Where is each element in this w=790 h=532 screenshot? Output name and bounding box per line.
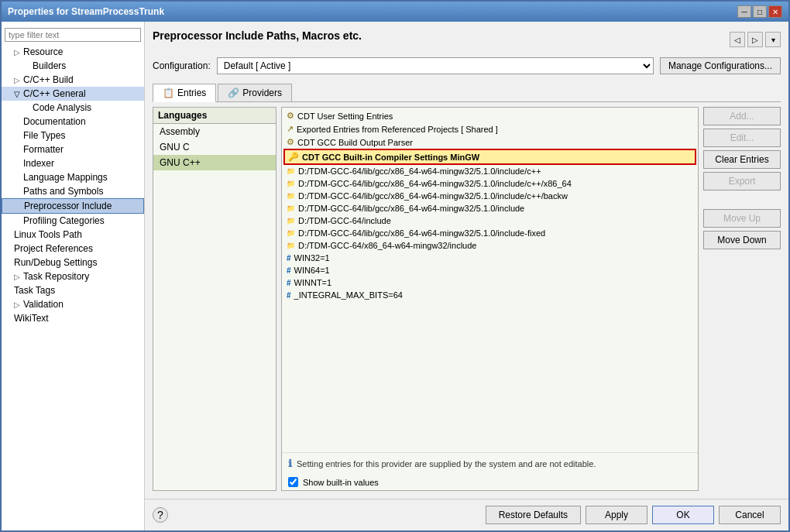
entry-exported[interactable]: ↗ Exported Entries from Referenced Proje… bbox=[283, 122, 696, 136]
sidebar-item-label: Run/Debug Settings bbox=[14, 257, 97, 268]
help-button[interactable]: ? bbox=[153, 507, 168, 523]
sidebar-item-indexer[interactable]: Indexer bbox=[2, 156, 144, 170]
entry-cdt-user[interactable]: ⚙ CDT User Setting Entries bbox=[283, 109, 696, 122]
back-button[interactable]: ◁ bbox=[730, 32, 745, 47]
export-button[interactable]: Export bbox=[703, 172, 781, 190]
providers-tab-icon: 🔗 bbox=[228, 88, 239, 98]
window-title: Properties for StreamProcessTrunk bbox=[8, 6, 164, 17]
entry-icon: ↗ bbox=[287, 124, 294, 134]
entries-scrollable[interactable]: ⚙ CDT User Setting Entries ↗ Exported En… bbox=[282, 108, 698, 452]
entry-icon: 📁 bbox=[287, 229, 295, 237]
sidebar-item-task-tags[interactable]: Task Tags bbox=[2, 283, 144, 297]
side-buttons: Add... Edit... Clear Entries Export Move… bbox=[703, 107, 781, 491]
sidebar-item-profiling[interactable]: Profiling Categories bbox=[2, 214, 144, 228]
sidebar-item-label: C/C++ General bbox=[23, 88, 86, 99]
configuration-row: Configuration: Default [ Active ] Manage… bbox=[153, 57, 781, 74]
entry-icon: 📁 bbox=[287, 204, 295, 212]
entry-label: WINNT=1 bbox=[294, 278, 332, 287]
sidebar-item-label: File Types bbox=[23, 130, 65, 141]
move-down-button[interactable]: Move Down bbox=[703, 231, 781, 249]
cancel-button[interactable]: Cancel bbox=[719, 506, 781, 524]
language-gnu-c[interactable]: GNU C bbox=[153, 139, 276, 155]
entry-build-output[interactable]: ⚙ CDT GCC Build Output Parser bbox=[283, 136, 696, 149]
sidebar-item-label: Preprocessor Include bbox=[24, 201, 112, 211]
config-label: Configuration: bbox=[153, 60, 211, 71]
sidebar-item-builders[interactable]: Builders bbox=[2, 59, 144, 73]
manage-configurations-button[interactable]: Manage Configurations... bbox=[660, 57, 781, 74]
tabs-row: 📋 Entries 🔗 Providers bbox=[153, 84, 781, 102]
entry-macro-win32[interactable]: # WIN32=1 bbox=[283, 252, 696, 264]
entry-builtin-compiler[interactable]: 🔑 CDT GCC Built-in Compiler Settings Min… bbox=[283, 149, 696, 165]
hash-icon: # bbox=[287, 279, 291, 287]
entry-path-4[interactable]: 📁 D:/TDM-GCC-64/lib/gcc/x86_64-w64-mingw… bbox=[283, 202, 696, 215]
sidebar-item-ccpp-general[interactable]: ▽ C/C++ General bbox=[2, 87, 144, 101]
show-values-checkbox[interactable] bbox=[288, 477, 298, 487]
sidebar-item-file-types[interactable]: File Types bbox=[2, 129, 144, 142]
sidebar-item-wikitext[interactable]: WikiText bbox=[2, 311, 144, 325]
entry-label: D:/TDM-GCC-64/lib/gcc/x86_64-w64-mingw32… bbox=[298, 179, 572, 188]
entry-path-7[interactable]: 📁 D:/TDM-GCC-64/x86_64-w64-mingw32/inclu… bbox=[283, 239, 696, 252]
sidebar-item-label: Indexer bbox=[23, 158, 54, 169]
info-text: Setting entries for this provider are su… bbox=[297, 459, 596, 469]
sidebar-item-label: Code Analysis bbox=[33, 102, 91, 113]
close-button[interactable]: ✕ bbox=[768, 5, 782, 18]
expand-arrow: ▷ bbox=[14, 76, 22, 84]
restore-defaults-button[interactable]: Restore Defaults bbox=[486, 506, 581, 524]
add-button[interactable]: Add... bbox=[703, 107, 781, 125]
sidebar-item-task-repository[interactable]: ▷ Task Repository bbox=[2, 269, 144, 283]
sidebar-item-resource[interactable]: ▷ Resource bbox=[2, 45, 144, 59]
sidebar-item-validation[interactable]: ▷ Validation bbox=[2, 297, 144, 311]
entry-path-1[interactable]: 📁 D:/TDM-GCC-64/lib/gcc/x86_64-w64-mingw… bbox=[283, 165, 696, 177]
entry-label: D:/TDM-GCC-64/lib/gcc/x86_64-w64-mingw32… bbox=[298, 166, 541, 176]
main-panel: Languages Assembly GNU C GNU C++ ⚙ CDT U… bbox=[153, 107, 781, 491]
sidebar-item-label: Language Mappings bbox=[23, 172, 108, 183]
sidebar-item-label: Profiling Categories bbox=[23, 215, 105, 226]
sidebar-item-project-references[interactable]: Project References bbox=[2, 242, 144, 256]
entry-path-5[interactable]: 📁 D:/TDM-GCC-64/include bbox=[283, 215, 696, 227]
sidebar-item-preprocessor-include[interactable]: Preprocessor Include bbox=[2, 198, 144, 214]
maximize-button[interactable]: □ bbox=[753, 5, 767, 18]
nav-dropdown-button[interactable]: ▾ bbox=[765, 32, 781, 47]
language-gnu-cpp[interactable]: GNU C++ bbox=[153, 155, 276, 170]
sidebar-item-label: Documentation bbox=[23, 116, 86, 127]
sidebar-item-linux-tools[interactable]: Linux Tools Path bbox=[2, 228, 144, 242]
configuration-select[interactable]: Default [ Active ] bbox=[217, 57, 654, 74]
sidebar-item-label: Project References bbox=[14, 243, 93, 254]
sidebar-item-run-debug[interactable]: Run/Debug Settings bbox=[2, 256, 144, 269]
entry-macro-integral[interactable]: # _INTEGRAL_MAX_BITS=64 bbox=[283, 289, 696, 301]
languages-header: Languages bbox=[153, 108, 276, 124]
sidebar-item-code-analysis[interactable]: Code Analysis bbox=[2, 101, 144, 115]
sidebar-item-formatter[interactable]: Formatter bbox=[2, 142, 144, 156]
sidebar-item-documentation[interactable]: Documentation bbox=[2, 115, 144, 129]
tab-providers[interactable]: 🔗 Providers bbox=[218, 84, 292, 101]
sidebar-item-ccpp-build[interactable]: ▷ C/C++ Build bbox=[2, 73, 144, 87]
apply-button[interactable]: Apply bbox=[586, 506, 647, 524]
minimize-button[interactable]: ─ bbox=[737, 5, 751, 18]
entry-path-3[interactable]: 📁 D:/TDM-GCC-64/lib/gcc/x86_64-w64-mingw… bbox=[283, 190, 696, 202]
tab-entries[interactable]: 📋 Entries bbox=[153, 84, 216, 102]
entry-macro-winnt[interactable]: # WINNT=1 bbox=[283, 276, 696, 289]
entry-label: WIN32=1 bbox=[294, 253, 330, 263]
filter-input[interactable] bbox=[5, 28, 141, 42]
expand-arrow: ▽ bbox=[14, 90, 22, 98]
body-area: ▷ Resource Builders ▷ C/C++ Build ▽ C/C+… bbox=[2, 22, 788, 530]
expand-arrow: ▷ bbox=[14, 48, 22, 57]
sidebar-item-label: Paths and Symbols bbox=[23, 186, 103, 197]
entry-macro-win64[interactable]: # WIN64=1 bbox=[283, 264, 696, 276]
sidebar-item-label: Task Tags bbox=[14, 285, 55, 296]
edit-button[interactable]: Edit... bbox=[703, 129, 781, 147]
language-assembly[interactable]: Assembly bbox=[153, 124, 276, 139]
move-up-button[interactable]: Move Up bbox=[703, 209, 781, 228]
sidebar-item-label: Builders bbox=[33, 60, 66, 71]
sidebar-item-paths-and-symbols[interactable]: Paths and Symbols bbox=[2, 184, 144, 198]
entry-path-6[interactable]: 📁 D:/TDM-GCC-64/lib/gcc/x86_64-w64-mingw… bbox=[283, 227, 696, 239]
ok-button[interactable]: OK bbox=[652, 506, 714, 524]
entry-icon: 📁 bbox=[287, 192, 295, 200]
entry-label: Exported Entries from Referenced Project… bbox=[297, 125, 498, 134]
clear-entries-button[interactable]: Clear Entries bbox=[703, 150, 781, 169]
entry-path-2[interactable]: 📁 D:/TDM-GCC-64/lib/gcc/x86_64-w64-mingw… bbox=[283, 177, 696, 190]
forward-button[interactable]: ▷ bbox=[747, 32, 763, 47]
entry-icon: 🔑 bbox=[288, 152, 299, 162]
sidebar-item-language-mappings[interactable]: Language Mappings bbox=[2, 170, 144, 184]
expand-arrow: ▷ bbox=[14, 300, 22, 309]
